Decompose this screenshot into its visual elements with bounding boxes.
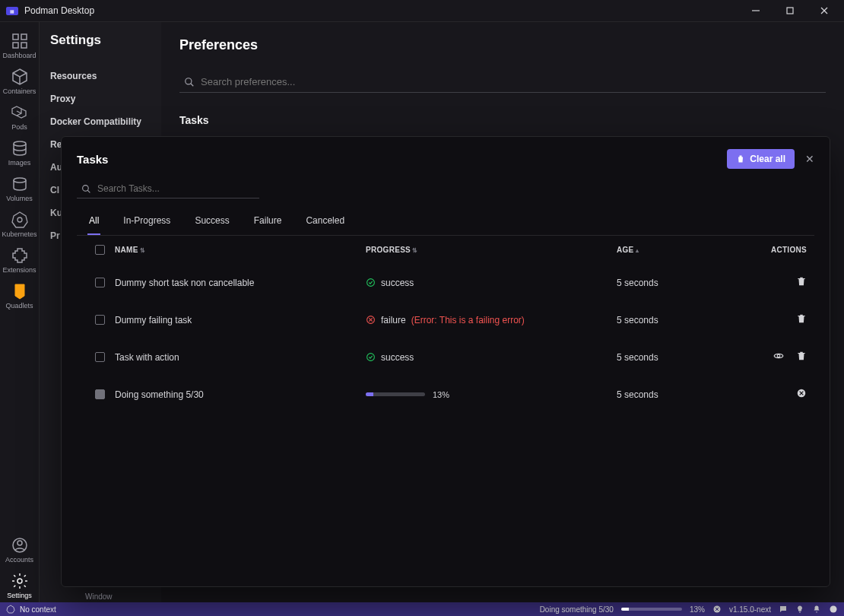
close-button[interactable] (807, 0, 841, 21)
close-modal-button[interactable]: ✕ (805, 153, 814, 165)
bell-icon[interactable] (812, 605, 821, 614)
svg-point-32 (830, 606, 837, 613)
titlebar: ▦ Podman Desktop (0, 0, 844, 22)
context-label[interactable]: No context (20, 605, 56, 614)
rail-pods-label: Pods (11, 123, 27, 131)
row-checkbox[interactable] (95, 352, 105, 362)
preferences-search[interactable] (179, 71, 826, 93)
rail-images-label: Images (8, 159, 31, 167)
sort-icon: ⇅ (140, 247, 145, 254)
rail-containers[interactable]: Containers (0, 62, 40, 98)
rail-dashboard[interactable]: Dashboard (0, 27, 40, 62)
delete-task-button[interactable] (796, 276, 807, 289)
svg-point-9 (14, 178, 26, 183)
tab-all[interactable]: All (87, 209, 100, 235)
preferences-search-input[interactable] (201, 76, 821, 87)
rail-extensions-label: Extensions (2, 266, 36, 274)
rail-dashboard-label: Dashboard (2, 52, 36, 59)
rail-pods[interactable]: Pods (0, 98, 40, 134)
preferences-title: Preferences (179, 37, 826, 53)
svg-rect-1 (787, 8, 793, 14)
cancel-icon[interactable] (712, 605, 722, 614)
app-logo: ▦ (6, 7, 18, 15)
tasks-search[interactable] (77, 179, 259, 198)
rail-settings[interactable]: Settings (0, 567, 40, 602)
column-actions: ACTIONS (738, 246, 807, 254)
delete-task-button[interactable] (796, 313, 807, 326)
row-checkbox[interactable] (95, 278, 105, 287)
tab-failure[interactable]: Failure (252, 209, 284, 235)
task-row: Doing something 5/30 13% 5 seconds (77, 376, 814, 413)
version-label[interactable]: v1.15.0-next (729, 605, 771, 614)
tasks-modal-title: Tasks (77, 153, 108, 166)
app-title: Podman Desktop (24, 5, 94, 16)
column-progress[interactable]: PROGRESS⇅ (366, 246, 617, 254)
rail-containers-label: Containers (3, 87, 36, 95)
task-name: Task with action (115, 352, 366, 363)
settings-item-resources[interactable]: Resources (50, 65, 151, 87)
status-label: success (381, 278, 414, 288)
task-name: Doing something 5/30 (115, 389, 366, 400)
status-label: failure (381, 315, 406, 325)
svg-marker-10 (12, 212, 27, 227)
feedback-icon[interactable] (779, 605, 788, 614)
task-row: Dummy short task non cancellable success… (77, 264, 814, 301)
tasks-icon[interactable] (829, 605, 838, 614)
svg-rect-7 (21, 43, 27, 48)
search-icon (184, 77, 195, 87)
tasks-search-input[interactable] (97, 183, 255, 194)
rail-quadlets-label: Quadlets (5, 302, 33, 310)
minimize-button[interactable] (738, 0, 773, 21)
tab-success[interactable]: Success (193, 209, 230, 235)
task-age: 5 seconds (617, 352, 738, 363)
statusbar-progress-label: 13% (690, 605, 705, 614)
rail-kubernetes[interactable]: Kubernetes (0, 205, 40, 241)
window-label: Window (85, 592, 113, 601)
progress-bar (366, 392, 425, 396)
settings-item-proxy[interactable]: Proxy (50, 87, 151, 110)
cancel-task-button[interactable] (796, 388, 807, 401)
rail-extensions[interactable]: Extensions (0, 241, 40, 277)
kubernetes-context-icon (6, 605, 15, 614)
tab-canceled[interactable]: Canceled (304, 209, 346, 235)
settings-sidebar-title: Settings (50, 33, 151, 48)
svg-marker-28 (7, 605, 14, 613)
rail-volumes-label: Volumes (6, 195, 33, 202)
svg-point-17 (83, 185, 89, 191)
rail-accounts[interactable]: Accounts (0, 531, 40, 567)
status-bar: No context Doing something 5/30 13% v1.1… (0, 602, 844, 616)
maximize-button[interactable] (773, 0, 807, 21)
svg-point-14 (17, 579, 22, 583)
column-age[interactable]: AGE▴ (617, 246, 738, 254)
delete-task-button[interactable] (796, 351, 807, 364)
clear-all-label: Clear all (750, 154, 785, 164)
rail-images[interactable]: Images (0, 134, 40, 170)
svg-point-15 (186, 78, 192, 84)
sort-up-icon: ▴ (636, 247, 639, 254)
row-checkbox[interactable] (95, 315, 105, 325)
svg-point-8 (14, 141, 26, 146)
rail-quadlets[interactable]: Quadlets (0, 277, 40, 313)
column-name[interactable]: NAME⇅ (115, 246, 366, 254)
svg-point-19 (367, 279, 375, 287)
clear-all-button[interactable]: Clear all (727, 149, 795, 169)
settings-item-docker[interactable]: Docker Compatibility (50, 110, 151, 133)
preferences-section-tasks: Tasks (179, 114, 826, 126)
tasks-modal: Tasks Clear all ✕ All In-Progress Succes… (61, 136, 830, 587)
svg-line-18 (87, 190, 90, 192)
tab-in-progress[interactable]: In-Progress (122, 209, 172, 235)
statusbar-task-name[interactable]: Doing something 5/30 (540, 605, 614, 614)
svg-point-24 (777, 354, 780, 357)
nav-rail: Dashboard Containers Pods Images Volumes… (0, 22, 40, 602)
row-checkbox[interactable] (95, 389, 105, 399)
search-icon (81, 184, 91, 194)
rail-settings-label: Settings (7, 592, 32, 599)
lightbulb-icon[interactable] (795, 605, 804, 614)
view-task-button[interactable] (773, 351, 784, 364)
error-text: (Error: This is a failing error) (411, 315, 525, 325)
task-row: Task with action success 5 seconds (77, 338, 814, 376)
tasks-tabs: All In-Progress Success Failure Canceled (77, 209, 814, 236)
select-all-checkbox[interactable] (95, 245, 105, 255)
svg-line-16 (191, 83, 194, 86)
rail-volumes[interactable]: Volumes (0, 170, 40, 205)
